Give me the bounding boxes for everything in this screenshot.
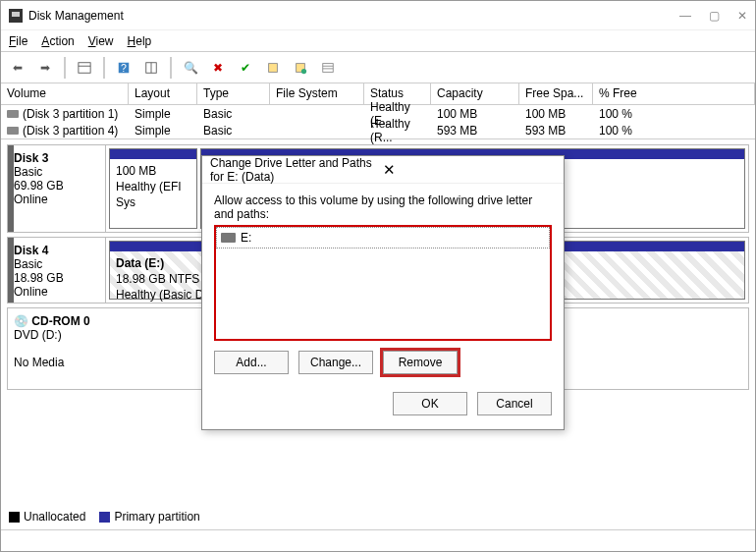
drive-path-item[interactable]: E: <box>216 227 550 248</box>
add-button[interactable]: Add... <box>214 351 289 374</box>
col-free[interactable]: Free Spa... <box>519 83 593 104</box>
minimize-button[interactable]: — <box>679 9 691 23</box>
nav-back-button[interactable]: ⬅ <box>7 57 28 79</box>
remove-button[interactable]: Remove <box>383 351 458 374</box>
close-button[interactable]: ✕ <box>737 9 747 23</box>
dialog-instruction: Allow access to this volume by using the… <box>214 193 552 221</box>
disk-name: CD-ROM 0 <box>31 314 89 328</box>
change-button[interactable]: Change... <box>298 351 373 374</box>
properties-icon[interactable]: 🔍 <box>180 57 201 79</box>
dialog-close-button[interactable]: ✕ <box>379 161 556 179</box>
app-icon <box>9 9 23 23</box>
titlebar: Disk Management — ▢ ✕ <box>1 1 755 30</box>
disk-name: Disk 4 <box>14 244 48 257</box>
nav-forward-button[interactable]: ➡ <box>34 57 56 79</box>
folder-icon[interactable] <box>290 57 311 79</box>
volume-table-body: (Disk 3 partition 1) Simple Basic Health… <box>1 105 755 139</box>
status-bar <box>1 529 755 551</box>
menu-file[interactable]: File <box>9 34 27 48</box>
list-icon[interactable] <box>317 57 339 79</box>
svg-rect-0 <box>79 62 90 73</box>
partition[interactable]: 100 MB Healthy (EFI Sys <box>109 148 197 229</box>
dialog-title: Change Drive Letter and Paths for E: (Da… <box>210 156 379 184</box>
toolbar: ⬅ ➡ ? 🔍 ✖ ✔ <box>1 52 755 83</box>
drive-icon <box>221 233 236 243</box>
menu-view[interactable]: View <box>88 34 114 48</box>
col-filesystem[interactable]: File System <box>270 83 364 104</box>
col-layout[interactable]: Layout <box>129 83 197 104</box>
svg-rect-6 <box>269 63 278 72</box>
menu-help[interactable]: Help <box>128 34 152 48</box>
col-percent[interactable]: % Free <box>593 83 755 104</box>
menubar: File Action View Help <box>1 30 755 52</box>
drive-icon <box>7 127 19 135</box>
change-drive-letter-dialog: Change Drive Letter and Paths for E: (Da… <box>201 155 565 430</box>
maximize-button[interactable]: ▢ <box>709 9 720 23</box>
drive-paths-list[interactable]: E: <box>214 225 552 341</box>
help-icon[interactable]: ? <box>113 57 135 79</box>
new-icon[interactable] <box>262 57 284 79</box>
svg-rect-9 <box>323 63 334 72</box>
col-volume[interactable]: Volume <box>1 83 129 104</box>
delete-icon[interactable]: ✖ <box>207 57 229 79</box>
col-capacity[interactable]: Capacity <box>431 83 519 104</box>
check-icon[interactable]: ✔ <box>235 57 256 79</box>
window-title: Disk Management <box>28 9 679 23</box>
col-type[interactable]: Type <box>197 83 270 104</box>
cd-icon: 💿 <box>14 314 28 328</box>
menu-action[interactable]: Action <box>41 34 74 48</box>
layout-icon[interactable] <box>140 57 162 79</box>
view-icon[interactable] <box>74 57 95 79</box>
table-row[interactable]: (Disk 3 partition 4) Simple Basic Health… <box>1 122 755 138</box>
svg-point-8 <box>301 68 306 73</box>
drive-icon <box>7 110 19 118</box>
legend: Unallocated Primary partition <box>9 510 747 524</box>
cancel-button[interactable]: Cancel <box>477 392 552 415</box>
svg-text:?: ? <box>121 61 127 73</box>
ok-button[interactable]: OK <box>393 392 467 415</box>
disk-name: Disk 3 <box>14 151 48 165</box>
